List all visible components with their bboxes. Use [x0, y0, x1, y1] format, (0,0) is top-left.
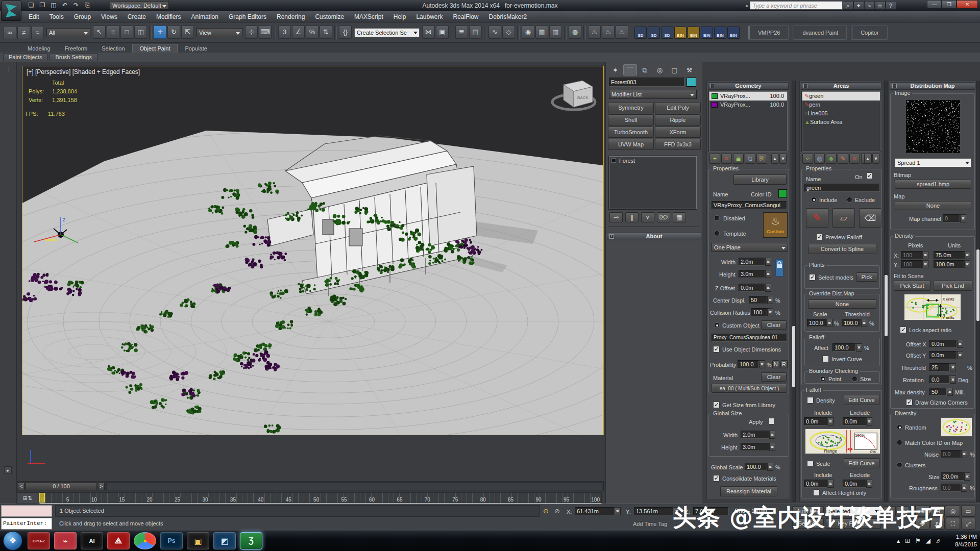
- offset-x-spinner[interactable]: [957, 340, 963, 348]
- move-down-icon[interactable]: ▼: [779, 154, 787, 164]
- distribution-rollout-header[interactable]: −Distribution Map: [890, 82, 975, 90]
- separator[interactable]: [484, 26, 486, 40]
- plugin-toolbar-icon[interactable]: BIN: [674, 27, 687, 39]
- graphite-ribbon-icon[interactable]: ▤: [469, 26, 482, 39]
- override-scale-field[interactable]: 100.0: [807, 319, 826, 327]
- pin-stack-icon[interactable]: ⊸: [609, 212, 623, 222]
- use-object-dimensions-checkbox[interactable]: [713, 346, 720, 353]
- z-offset-spinner[interactable]: [765, 284, 771, 292]
- separator[interactable]: [334, 26, 337, 40]
- custom-object-radio[interactable]: [714, 322, 720, 328]
- tray-expand-icon[interactable]: ▴: [897, 537, 900, 544]
- cluster-size-field[interactable]: 20.0m: [941, 472, 964, 481]
- plugin-toolbar-icon[interactable]: BIN: [701, 27, 713, 39]
- plugin-toolbar-icon[interactable]: SD: [634, 27, 647, 39]
- material-editor-icon[interactable]: ◉: [522, 26, 534, 39]
- probability-field[interactable]: 100.0: [738, 360, 759, 368]
- save-file-icon[interactable]: ◫: [48, 1, 59, 10]
- area-up-icon[interactable]: ▲: [864, 154, 871, 164]
- geometry-list-row[interactable]: VRayProx...100.0: [709, 101, 787, 109]
- communication-center-icon[interactable]: ✦: [853, 1, 864, 10]
- action-center-icon[interactable]: ⚑: [915, 537, 921, 544]
- global-scale-field[interactable]: 100.0: [745, 463, 767, 471]
- select-object-icon[interactable]: ↖: [93, 26, 106, 39]
- modifier-button[interactable]: FFD 3x3x3: [655, 139, 701, 150]
- global-height-field[interactable]: 3.0m: [741, 443, 769, 451]
- time-slider-frame-display[interactable]: 0 / 100: [26, 482, 97, 490]
- create-surface-area-icon[interactable]: ♣: [826, 154, 837, 164]
- menu-item[interactable]: RealFlow: [448, 12, 483, 21]
- disabled-radio[interactable]: [714, 215, 720, 221]
- viewport-label[interactable]: [+] [Perspective] [Shaded + Edged Faces]: [27, 68, 140, 76]
- render-production-icon[interactable]: ♨: [588, 26, 601, 39]
- density-falloff-checkbox[interactable]: [807, 397, 814, 404]
- reference-coordinate-dropdown[interactable]: View: [197, 28, 242, 37]
- modifier-button[interactable]: Ripple: [655, 114, 701, 126]
- separator[interactable]: [451, 26, 453, 40]
- area-name-field[interactable]: green: [804, 184, 880, 192]
- area-list-row[interactable]: ◌Line005: [802, 109, 880, 118]
- area-list-row[interactable]: ✎green: [802, 92, 880, 101]
- favorites-icon[interactable]: ☆: [875, 1, 886, 10]
- rectangular-selection-region-icon[interactable]: □: [120, 26, 133, 39]
- project-toggle-icon[interactable]: ⎘: [82, 1, 93, 10]
- object-color-swatch[interactable]: [687, 78, 696, 87]
- area-on-checkbox[interactable]: [866, 172, 873, 179]
- tab-create-icon[interactable]: ✶: [608, 64, 622, 76]
- time-tag[interactable]: Add Time Tag: [633, 520, 667, 528]
- ribbon-tab[interactable]: Object Paint: [132, 44, 178, 53]
- menu-item[interactable]: Help: [388, 12, 411, 21]
- apply-checkbox[interactable]: [768, 418, 775, 424]
- toolbar-grip[interactable]: ⋮: [6, 65, 11, 72]
- custom-object-field[interactable]: Proxy_CornusSanguinea-01: [712, 334, 787, 342]
- named-selection-set-combo[interactable]: Create Selection Se: [354, 28, 420, 37]
- geometry-rollout-header[interactable]: −Geometry: [708, 82, 789, 90]
- network-icon[interactable]: ◢: [926, 537, 930, 544]
- taskbar-explorer[interactable]: ▣: [187, 532, 209, 549]
- pick-end-button[interactable]: Pick End: [934, 281, 972, 291]
- area-down-icon[interactable]: ▼: [872, 154, 879, 164]
- threshold-field[interactable]: 25: [929, 363, 950, 371]
- show-end-result-icon[interactable]: ∥: [625, 212, 639, 222]
- area-list-row[interactable]: ▲Surface Area: [802, 118, 880, 127]
- select-and-scale-icon[interactable]: ⇱: [181, 26, 194, 39]
- new-file-icon[interactable]: ❏: [26, 1, 37, 10]
- unlink-selection-icon[interactable]: ≠: [17, 26, 30, 39]
- menu-item[interactable]: DebrisMaker2: [483, 12, 532, 21]
- menu-item[interactable]: Graph Editors: [224, 12, 272, 21]
- mini-listener[interactable]: PainterInter:: [1, 518, 52, 530]
- ribbon-tab[interactable]: Selection: [94, 44, 132, 53]
- probability-spinner[interactable]: [759, 360, 765, 368]
- select-and-rotate-icon[interactable]: ↻: [167, 26, 180, 39]
- modifier-button[interactable]: XForm: [655, 127, 701, 138]
- custom-toolbar[interactable]: VMPP26: [748, 26, 789, 40]
- erase-area-button[interactable]: ▱: [832, 208, 855, 228]
- scale-exclude-field[interactable]: 0.0m: [843, 480, 866, 488]
- menu-item[interactable]: MAXScript: [349, 12, 388, 21]
- override-map-none-button[interactable]: None: [808, 299, 876, 309]
- move-up-icon[interactable]: ▲: [771, 154, 778, 164]
- search-input[interactable]: Type a keyword or phrase: [750, 1, 843, 10]
- add-multiple-icon[interactable]: ≣: [733, 154, 744, 164]
- falloff-include-field[interactable]: 0.0m: [804, 417, 827, 425]
- paste-item-icon[interactable]: ⎘: [756, 154, 767, 164]
- modifier-button[interactable]: Shell: [608, 114, 654, 126]
- preview-falloff-checkbox[interactable]: [816, 234, 823, 240]
- noise-field[interactable]: 0.0: [941, 450, 961, 458]
- track-bar-ruler[interactable]: 0510152025303540455055606570758085909510…: [39, 492, 602, 504]
- about-rollout-header[interactable]: +About: [607, 233, 701, 240]
- y-pixels-spinner[interactable]: [922, 260, 928, 268]
- ribbon-tab[interactable]: Populate: [178, 44, 214, 53]
- modifier-stack[interactable]: Forest: [609, 156, 697, 209]
- taskbar-cpuz[interactable]: CPU-Z: [28, 532, 50, 549]
- affect-height-only-checkbox[interactable]: [813, 489, 820, 496]
- areas-list[interactable]: ✎green✎pern◌Line005▲Surface Area: [802, 91, 880, 152]
- y-units-field[interactable]: 100.0m: [934, 260, 964, 268]
- curve-editor-icon[interactable]: ∿: [488, 26, 501, 39]
- render-activeshade-icon[interactable]: ♨: [616, 26, 628, 39]
- include-radio[interactable]: [811, 197, 817, 203]
- menu-item[interactable]: Edit: [23, 12, 44, 21]
- modifier-button[interactable]: TurboSmooth: [608, 127, 654, 138]
- reassign-material-button[interactable]: Reassign Material: [720, 486, 777, 496]
- height-spinner[interactable]: [765, 270, 771, 278]
